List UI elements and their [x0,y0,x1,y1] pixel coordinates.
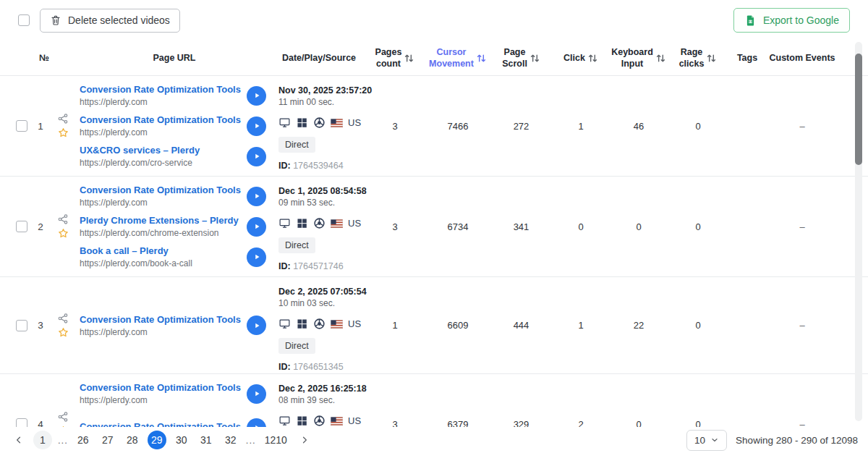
page-entry: Conversion Rate Optimization Tools – Ple… [80,82,273,109]
share-icon[interactable] [57,313,69,324]
keyboard-input-value: 0 [610,177,668,276]
share-icon[interactable] [57,113,69,124]
cursor-movement-value: 6734 [425,177,490,276]
delete-button-label: Delete selected videos [68,14,170,26]
pagination-page-28[interactable]: 28 [123,431,142,449]
page-entry: Conversion Rate Optimization Tools – Ple… [80,182,273,210]
sort-icon[interactable] [655,53,666,64]
pagination-page-26[interactable]: 26 [74,431,93,449]
table-header-row: № Page URL Date/Play/Source Pages count … [0,41,868,76]
page-size-value: 10 [694,435,705,446]
top-toolbar: Delete selected videos Export to Google [0,0,868,41]
desktop-device-icon [278,415,291,427]
column-header-pages-count[interactable]: Pages count [365,46,425,70]
page-link[interactable]: Conversion Rate Optimization Tools – Ple… [80,84,241,95]
page-entry: UX&CRO services – Plerdy https://plerdy.… [80,143,273,170]
page-link[interactable]: Conversion Rate Optimization Tools – Ple… [80,382,241,393]
page-link[interactable]: Conversion Rate Optimization Tools – Ple… [80,185,241,195]
column-header-rage-clicks[interactable]: Rage clicks [668,46,728,70]
country-code: US [348,117,361,128]
page-link[interactable]: Conversion Rate Optimization Tools – Ple… [80,314,241,325]
page-link[interactable]: Book a call – Plerdy [80,245,241,256]
delete-selected-button[interactable]: Delete selected videos [40,9,180,33]
pagination-next-button[interactable] [296,431,313,449]
play-button[interactable] [247,86,266,106]
play-icon [252,90,262,101]
row-checkbox[interactable] [16,320,27,331]
play-button[interactable] [247,384,266,404]
keyboard-input-value: 46 [610,76,668,176]
page-scroll-value: 341 [490,177,552,276]
desktop-device-icon [278,318,291,330]
play-button[interactable] [247,217,266,237]
chrome-browser-icon [313,117,326,129]
rage-clicks-value: 0 [668,277,728,373]
tags-value [728,177,766,276]
page-link[interactable]: Plerdy Chrome Extensions – Plerdy [80,215,241,226]
session-id-label: ID: [278,261,291,271]
favorite-star-icon[interactable] [57,227,69,240]
pagination-prev-button[interactable] [10,431,27,449]
page-link[interactable]: UX&CRO services – Plerdy [80,145,241,156]
pagination-page-1[interactable]: 1 [33,431,52,449]
click-value: 0 [552,177,610,276]
sort-icon[interactable] [529,53,540,64]
pagination-page-current[interactable]: 29 [148,431,166,449]
us-flag-icon [331,417,343,426]
session-id-label: ID: [278,161,291,171]
sort-icon[interactable] [476,53,487,64]
column-header-tags: Tags [728,53,766,63]
play-icon [252,252,262,262]
scrollbar-thumb[interactable] [855,54,862,165]
play-button[interactable] [247,117,266,136]
row-checkbox[interactable] [16,221,27,232]
export-to-google-button[interactable]: Export to Google [733,8,850,33]
tags-value [728,76,766,176]
pagination-page-1210[interactable]: 1210 [262,431,290,449]
page-url: https://plerdy.com [80,97,241,107]
column-header-cursor-movement[interactable]: Cursor Movement [425,46,490,70]
windows-os-icon [296,117,308,129]
page-entry: Conversion Rate Optimization Tools – Ple… [80,380,273,407]
column-header-page-scroll[interactable]: Page Scroll [490,46,552,70]
favorite-star-icon[interactable] [57,127,69,139]
pagination-page-27[interactable]: 27 [98,431,117,449]
table-row: 3 Conversion Rate Optimization Tools – P… [0,277,868,374]
session-duration: 10 min 03 sec. [278,298,335,308]
page-link[interactable]: Conversion Rate Optimization Tools – Ple… [80,114,241,125]
play-button[interactable] [247,147,266,166]
session-duration: 11 min 00 sec. [278,97,334,107]
sort-icon[interactable] [706,53,717,64]
chevron-right-icon [299,435,310,445]
pagination-page-32[interactable]: 32 [221,431,240,449]
keyboard-input-value: 22 [610,277,668,373]
play-button[interactable] [247,187,266,206]
country-code: US [348,318,361,329]
column-header-date-play-source: Date/Play/Source [273,53,365,63]
select-all-checkbox[interactable] [18,14,30,26]
row-checkbox[interactable] [16,120,27,132]
column-header-keyboard-input[interactable]: Keyboard Input [610,46,668,70]
play-button[interactable] [247,247,266,267]
pagination-page-31[interactable]: 31 [197,431,216,449]
table-row: 1 Conversion Rate Optimization Tools – P… [0,76,868,177]
trash-icon [50,14,61,26]
vertical-scrollbar[interactable] [855,42,862,421]
page-url: https://plerdy.com [80,198,241,208]
page-url: https://plerdy.com/cro-service [80,158,241,168]
favorite-star-icon[interactable] [57,326,69,339]
column-header-click[interactable]: Click [552,52,610,64]
recordings-table: № Page URL Date/Play/Source Pages count … [0,41,868,453]
share-icon[interactable] [57,213,69,225]
pagination-page-30[interactable]: 30 [172,431,191,449]
share-icon[interactable] [57,411,69,423]
sort-icon[interactable] [404,53,414,64]
session-id-label: ID: [278,362,291,372]
page-size-select[interactable]: 10 [686,430,727,451]
play-button[interactable] [247,316,266,335]
windows-os-icon [296,318,308,330]
play-icon [252,121,262,131]
sort-icon[interactable] [587,53,598,64]
traffic-source-badge: Direct [278,338,315,354]
page-entry: Conversion Rate Optimization Tools – Ple… [80,312,273,339]
